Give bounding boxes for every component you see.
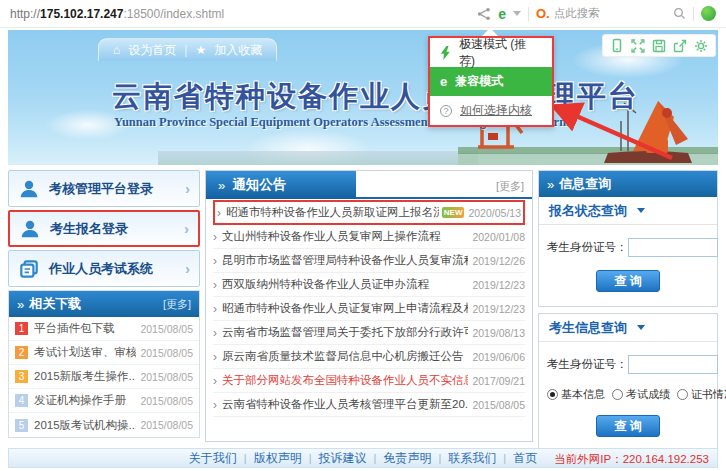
- chevron-down-icon[interactable]: [513, 11, 521, 16]
- mobile-icon[interactable]: [610, 38, 624, 53]
- footer-link-contact[interactable]: 联系我们: [448, 450, 496, 467]
- rank-badge: 4: [15, 394, 28, 407]
- id-number-label: 考生身份证号：: [547, 357, 628, 372]
- ie-icon: e: [440, 74, 447, 89]
- rank-badge: 5: [15, 419, 28, 432]
- download-item[interactable]: 2 考试计划送审、审核 ... 2015/08/05: [9, 341, 199, 365]
- id-number-input[interactable]: [628, 238, 718, 257]
- divider: |: [309, 452, 312, 464]
- compat-mode-icon[interactable]: e: [498, 7, 506, 21]
- browser-search-box[interactable]: O. 点此搜索: [536, 6, 686, 21]
- candidate-query-panel: 考生信息查询 考生身份证号： 基本信息: [538, 313, 718, 452]
- notice-tab[interactable]: » 通知公告: [206, 171, 356, 199]
- info-query-title: 信息查询: [559, 175, 709, 193]
- url-rest: :18500/index.shtml: [123, 7, 224, 21]
- radio-certificate[interactable]: 证书情况: [677, 387, 726, 402]
- bullet-icon: ›: [213, 350, 217, 364]
- person-icon: [18, 178, 40, 200]
- download-item[interactable]: 1 平台插件包下载 2015/08/05: [9, 317, 199, 341]
- notice-title: 通知公告: [232, 176, 286, 194]
- left-sidebar: 考核管理平台登录 › 考生报名登录 ›: [8, 170, 200, 442]
- dropdown-caret: [482, 28, 498, 36]
- export-icon[interactable]: [673, 39, 687, 53]
- new-badge: NEW: [442, 207, 465, 218]
- chevron-right-icon: ›: [185, 260, 190, 277]
- notice-item[interactable]: › 西双版纳州特种设备作业人员证申办流程 2019/12/23: [213, 273, 525, 297]
- notice-item-highlighted[interactable]: › 昭通市特种设备作业人员新取证网上报名流程 NEW 2020/05/13: [213, 200, 525, 225]
- footer-link-complaint[interactable]: 投诉建议: [319, 450, 367, 467]
- notice-item[interactable]: › 云南省特种设备作业人员考核管理平台更新至20... 2015/08/05: [213, 393, 525, 417]
- search-placeholder[interactable]: 点此搜索: [554, 6, 669, 21]
- download-date: 2015/08/05: [140, 395, 193, 407]
- download-date: 2015/08/05: [140, 419, 193, 431]
- fullscreen-icon[interactable]: [631, 39, 645, 53]
- chevron-right-icon: ›: [184, 220, 189, 237]
- chevron-down-icon: [637, 208, 645, 213]
- gear-icon[interactable]: [694, 39, 708, 53]
- question-icon: ?: [440, 105, 452, 117]
- candidate-query-button[interactable]: 查 询: [596, 415, 660, 437]
- main-content: 考核管理平台登录 › 考生报名登录 ›: [8, 170, 718, 442]
- notice-item-date: 2019/06/06: [472, 351, 525, 363]
- share-icon[interactable]: [477, 7, 491, 21]
- url-host: 175.102.17.247: [40, 7, 123, 21]
- url-text[interactable]: http://175.102.17.247:18500/index.shtml: [10, 7, 477, 21]
- double-chevron-icon: »: [218, 178, 225, 193]
- add-favorite-link[interactable]: 加入收藏: [214, 42, 262, 59]
- menu-item-speed-mode[interactable]: 极速模式 (推荐): [430, 38, 552, 67]
- site-title: 云南省特种设备作业人员考核管理平台: [112, 77, 639, 117]
- downloads-more-link[interactable]: [更多]: [163, 297, 191, 312]
- notice-item-date: 2019/12/23: [472, 279, 525, 291]
- download-item[interactable]: 5 2015版考试机构操... 2015/08/05: [9, 413, 199, 437]
- notice-item[interactable]: › 昭通市特种设备作业人员证复审网上申请流程及相... 2019/12/23: [213, 297, 525, 321]
- notice-item[interactable]: › 昆明市市场监督管理局特种设备作业人员复审流程... 2019/12/26: [213, 249, 525, 273]
- notice-item-date: 2015/08/05: [472, 399, 525, 411]
- footer-link-home[interactable]: 首页: [513, 450, 537, 467]
- notice-item-title: 原云南省质量技术监督局信息中心机房搬迁公告: [222, 349, 468, 364]
- notice-item[interactable]: › 文山州特种设备作业人员复审网上操作流程 2020/01/08: [213, 225, 525, 249]
- set-home-link[interactable]: 设为首页: [128, 42, 176, 59]
- screen: http://175.102.17.247:18500/index.shtml …: [0, 0, 726, 471]
- id-number-input[interactable]: [628, 355, 718, 374]
- notice-item-alert[interactable]: › 关于部分网站发布全国特种设备作业人员不实信息... 2017/09/21: [213, 369, 525, 393]
- skyline-decoration: [158, 151, 478, 165]
- sidebar-item-label: 作业人员考试系统: [49, 260, 185, 278]
- notice-item-date: 2019/08/13: [472, 327, 525, 339]
- save-icon[interactable]: [652, 39, 666, 53]
- notice-item-date: 2017/09/21: [472, 375, 525, 387]
- notice-item[interactable]: › 云南省市场监督管理局关于委托下放部分行政许可... 2019/08/13: [213, 321, 525, 345]
- candidate-query-label: 考生信息查询: [549, 319, 627, 337]
- rank-badge: 1: [15, 322, 28, 335]
- notice-more-link[interactable]: [更多]: [496, 179, 524, 194]
- notice-item-title: 西双版纳州特种设备作业人员证申办流程: [222, 277, 468, 292]
- status-query-toggle[interactable]: 报名状态查询: [539, 197, 717, 225]
- menu-item-kernel-help[interactable]: ? 如何选择内核: [430, 96, 552, 125]
- menu-item-compat-mode[interactable]: e 兼容模式: [430, 67, 552, 96]
- footer-link-about[interactable]: 关于我们: [189, 450, 237, 467]
- download-item[interactable]: 3 2015新版考生操作... 2015/08/05: [9, 365, 199, 389]
- sidebar-item-platform-login[interactable]: 考核管理平台登录 ›: [8, 170, 200, 207]
- sidebar-item-exam-system[interactable]: 作业人员考试系统 ›: [8, 250, 200, 287]
- notice-list: › 昭通市特种设备作业人员新取证网上报名流程 NEW 2020/05/13 › …: [206, 199, 532, 418]
- menu-item-label: 极速模式 (推荐): [459, 36, 542, 70]
- magnifier-icon[interactable]: [673, 7, 686, 20]
- browser-logo-icon[interactable]: [701, 6, 716, 21]
- bullet-icon: ›: [213, 398, 217, 412]
- footer-link-copyright[interactable]: 版权声明: [254, 450, 302, 467]
- radio-exam-score[interactable]: 考试成绩: [612, 387, 670, 402]
- notice-item-title: 文山州特种设备作业人员复审网上操作流程: [222, 229, 468, 244]
- status-query-form: 考生身份证号： 查 询: [539, 225, 717, 306]
- chevron-down-icon: [637, 325, 645, 330]
- site-banner: ⌂ 设为首页 | ★ 加入收藏 云南省特种设备作业人员考核管理平台 Yunnan…: [8, 30, 718, 165]
- candidate-query-toggle[interactable]: 考生信息查询: [539, 314, 717, 342]
- radio-basic-info[interactable]: 基本信息: [547, 387, 605, 402]
- notice-item[interactable]: › 原云南省质量技术监督局信息中心机房搬迁公告 2019/06/06: [213, 345, 525, 369]
- ip-label: 当前外网IP：: [554, 453, 622, 465]
- footer-link-disclaimer[interactable]: 免责声明: [383, 450, 431, 467]
- download-item[interactable]: 4 发证机构操作手册 2015/08/05: [9, 389, 199, 413]
- search-engine-logo[interactable]: O.: [536, 6, 550, 21]
- rank-badge: 2: [15, 346, 28, 359]
- sidebar-item-candidate-login[interactable]: 考生报名登录 ›: [8, 210, 200, 247]
- status-query-button[interactable]: 查 询: [596, 270, 660, 292]
- double-chevron-icon: »: [547, 177, 554, 192]
